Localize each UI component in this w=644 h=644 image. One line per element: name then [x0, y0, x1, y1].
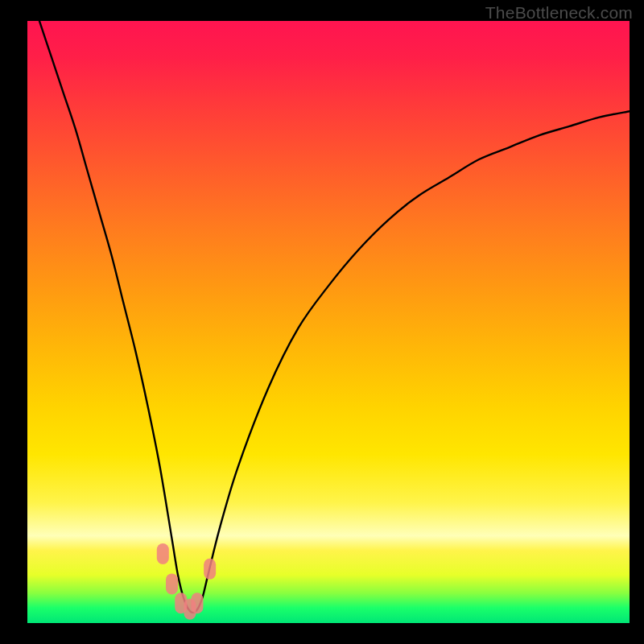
marker-dot	[157, 543, 169, 564]
curve-layer	[27, 21, 630, 623]
marker-dot	[191, 592, 203, 613]
plot-area	[27, 21, 630, 623]
marker-dot	[204, 559, 216, 580]
watermark-text: TheBottleneck.com	[485, 3, 633, 23]
chart-frame: TheBottleneck.com	[0, 0, 644, 644]
marker-dot	[166, 573, 178, 594]
bottleneck-curve	[39, 21, 630, 613]
